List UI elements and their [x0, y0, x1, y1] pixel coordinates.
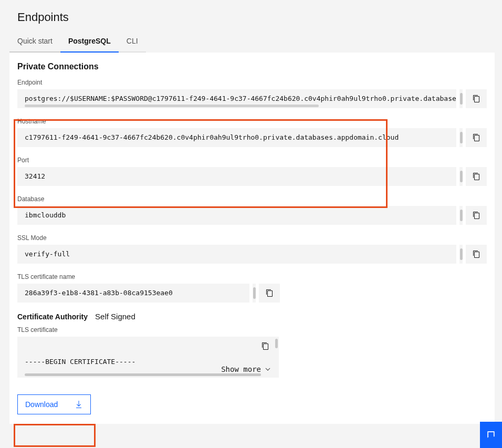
sslmode-value[interactable]: verify-full: [17, 245, 456, 264]
copy-icon: [261, 342, 269, 350]
page-title: Endpoints: [0, 0, 502, 32]
scrollbar-horizontal[interactable]: [25, 373, 261, 376]
chevron-down-icon: [264, 366, 271, 373]
tlscert-value[interactable]: -----BEGIN CERTIFICATE----- MIIFHTCCAwWg…: [17, 337, 279, 378]
copy-button[interactable]: [259, 340, 271, 352]
certificate-authority-row: Certificate Authority Self Signed: [17, 312, 487, 321]
scrollbar-vertical[interactable]: [275, 339, 278, 374]
ca-value: Self Signed: [95, 312, 135, 321]
scrollbar-vertical[interactable]: [459, 206, 463, 225]
copy-button[interactable]: [466, 245, 487, 264]
tlsname-value[interactable]: 286a39f3-e1b8-4381-a83b-08ca9153eae0: [17, 284, 249, 303]
scrollbar-vertical[interactable]: [459, 167, 463, 186]
section-heading: Private Connections: [17, 62, 487, 71]
chat-icon: [486, 430, 496, 440]
annotation-highlight: [14, 119, 388, 208]
annotation-highlight: [14, 424, 96, 447]
tlsname-label: TLS certificate name: [17, 273, 487, 280]
field-endpoint: Endpoint postgres://$USERNAME:$PASSWORD@…: [17, 79, 487, 108]
download-icon: [75, 400, 83, 409]
scrollbar-vertical[interactable]: [459, 128, 463, 147]
ca-label: Certificate Authority: [17, 312, 88, 321]
copy-icon: [472, 172, 480, 181]
copy-button[interactable]: [466, 206, 487, 225]
copy-button[interactable]: [466, 89, 487, 108]
endpoint-value[interactable]: postgres://$USERNAME:$PASSWORD@c1797611-…: [17, 89, 456, 108]
scrollbar-horizontal[interactable]: [25, 105, 319, 107]
copy-button[interactable]: [259, 284, 280, 303]
copy-icon: [265, 289, 274, 297]
tabs: Quick start PostgreSQL CLI: [0, 32, 502, 53]
field-tls-certificate: TLS certificate -----BEGIN CERTIFICATE--…: [17, 326, 487, 378]
field-ssl-mode: SSL Mode verify-full: [17, 234, 487, 264]
copy-button[interactable]: [466, 167, 487, 186]
copy-icon: [472, 133, 480, 142]
copy-icon: [472, 211, 480, 220]
scrollbar-vertical[interactable]: [459, 89, 463, 108]
database-value[interactable]: ibmclouddb: [17, 206, 456, 225]
scrollbar-vertical[interactable]: [253, 284, 256, 303]
copy-button[interactable]: [466, 128, 487, 147]
field-tls-cert-name: TLS certificate name 286a39f3-e1b8-4381-…: [17, 273, 487, 303]
show-more-button[interactable]: Show more: [217, 365, 271, 373]
download-button[interactable]: Download: [17, 394, 91, 414]
scrollbar-vertical[interactable]: [459, 245, 463, 264]
endpoint-label: Endpoint: [17, 79, 487, 86]
copy-icon: [472, 250, 480, 258]
private-connections-panel: Private Connections Endpoint postgres://…: [9, 53, 495, 424]
sslmode-label: SSL Mode: [17, 234, 487, 242]
tab-cli[interactable]: CLI: [119, 32, 146, 53]
tab-quick-start[interactable]: Quick start: [9, 32, 60, 53]
copy-icon: [472, 95, 480, 103]
chat-button[interactable]: [480, 422, 502, 448]
tlscert-label: TLS certificate: [17, 326, 487, 334]
tab-postgresql[interactable]: PostgreSQL: [60, 32, 119, 53]
